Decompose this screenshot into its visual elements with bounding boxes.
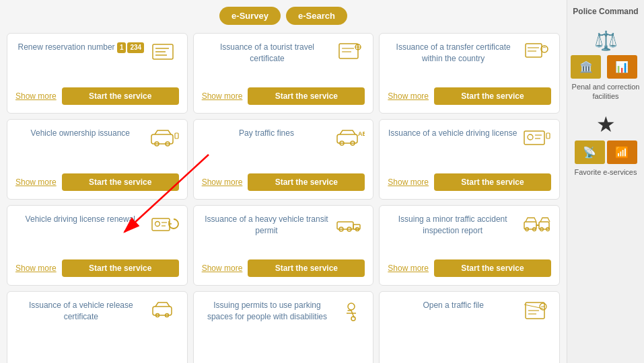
service-card-license-renewal: Vehicle driving license renewal Show mor… <box>7 205 188 286</box>
show-more-renew-reservation[interactable]: Show more <box>15 91 57 101</box>
start-service-renew-reservation[interactable]: Start the service <box>62 87 179 105</box>
service-card-driving-license: Issuance of a vehicle driving license Sh… <box>379 119 560 200</box>
svg-rect-12 <box>526 44 542 57</box>
service-card-renew-reservation: Renew reservation number 1 234 Show more… <box>7 33 188 114</box>
service-card-transfer-certificate: Issuance of a transfer certificate withi… <box>379 33 560 114</box>
card-header-vehicle-release: Issuance of a vehicle release certificat… <box>15 300 179 326</box>
grid-icon-1: 🏛️ <box>571 55 601 79</box>
svg-point-51 <box>351 317 355 321</box>
service-card-vehicle-release: Issuance of a vehicle release certificat… <box>7 291 188 363</box>
card-header-transfer-certificate: Issuance of a transfer certificate withi… <box>388 42 551 68</box>
service-card-traffic-file: Open a traffic file <box>379 291 560 363</box>
card-actions-vehicle-ownership: Show moreStart the service <box>15 173 179 191</box>
show-more-tourist-travel[interactable]: Show more <box>202 91 243 101</box>
services-grid: Renew reservation number 1 234 Show more… <box>7 33 560 363</box>
svg-rect-19 <box>175 133 178 138</box>
card-icon-license-renewal <box>151 214 179 240</box>
card-actions-accident-report: Show moreStart the service <box>388 259 551 277</box>
survey-button[interactable]: e-Survey <box>219 7 281 25</box>
svg-rect-16 <box>151 134 173 144</box>
show-more-transfer-certificate[interactable]: Show more <box>388 91 429 101</box>
start-service-accident-report[interactable]: Start the service <box>434 259 551 277</box>
card-header-pay-traffic-fines: Pay traffic fines AED <box>202 128 365 154</box>
sidebar-grid-icons-2: 📡 📶 <box>575 140 637 164</box>
service-card-accident-report: Issuing a minor traffic accident inspect… <box>379 205 560 286</box>
sidebar: Police Command ⚖️ 🏛️ 📊 Penal and correct… <box>567 0 644 363</box>
svg-rect-28 <box>546 133 550 138</box>
show-more-accident-report[interactable]: Show more <box>388 264 429 273</box>
svg-text:AED: AED <box>358 130 365 137</box>
svg-point-25 <box>528 134 533 140</box>
card-icon-tourist-travel <box>338 42 365 68</box>
card-title-license-renewal: Vehicle driving license renewal <box>15 214 145 225</box>
card-header-heavy-vehicle: Issuance of a heavy vehicle transit perm… <box>202 214 365 240</box>
card-actions-license-renewal: Show moreStart the service <box>15 259 179 277</box>
card-header-renew-reservation: Renew reservation number 1 234 <box>15 42 179 68</box>
sidebar-item-favorites[interactable]: ★ 📡 📶 Favorite e-services <box>575 112 637 177</box>
card-header-driving-license: Issuance of a vehicle driving license <box>388 128 551 154</box>
service-card-pay-traffic-fines: Pay traffic fines AED Show moreStart the… <box>193 119 374 200</box>
sidebar-penal-label: Penal and correction facilities <box>571 82 641 102</box>
sidebar-favorites-label: Favorite e-services <box>575 167 637 177</box>
card-icon-heavy-vehicle <box>336 214 365 240</box>
show-more-vehicle-ownership[interactable]: Show more <box>15 177 57 187</box>
card-icon-vehicle-ownership <box>151 128 179 154</box>
card-title-pay-traffic-fines: Pay traffic fines <box>202 128 332 139</box>
card-icon-vehicle-release <box>152 300 179 326</box>
scales-icon: ⚖️ <box>594 30 618 52</box>
card-title-transfer-certificate: Issuance of a transfer certificate withi… <box>388 42 519 65</box>
card-title-accident-report: Issuing a minor traffic accident inspect… <box>388 214 517 237</box>
start-service-vehicle-ownership[interactable]: Start the service <box>62 173 179 191</box>
service-card-parking-disabilities: Issuing permits to use parking spaces fo… <box>193 291 374 363</box>
card-title-vehicle-ownership: Vehicle ownership issuance <box>15 128 145 139</box>
card-title-heavy-vehicle: Issuance of a heavy vehicle transit perm… <box>202 214 332 237</box>
card-header-accident-report: Issuing a minor traffic accident inspect… <box>388 214 551 240</box>
card-header-tourist-travel: Issuance of a tourist travel certificate <box>202 42 365 68</box>
sidebar-grid-icons: 🏛️ 📊 <box>571 55 641 79</box>
card-icon-transfer-certificate <box>524 42 551 68</box>
card-actions-renew-reservation: Show moreStart the service <box>15 87 179 105</box>
card-header-parking-disabilities: Issuing permits to use parking spaces fo… <box>202 300 365 326</box>
show-more-license-renewal[interactable]: Show more <box>15 264 57 273</box>
start-service-transfer-certificate[interactable]: Start the service <box>434 87 551 105</box>
card-icon-driving-license <box>523 128 551 154</box>
star-icon: ★ <box>596 112 616 137</box>
start-service-license-renewal[interactable]: Start the service <box>62 259 179 277</box>
grid-icon-4: 📶 <box>607 140 637 164</box>
card-actions-transfer-certificate: Show moreStart the service <box>388 87 551 105</box>
svg-point-30 <box>155 222 159 227</box>
service-card-vehicle-ownership: Vehicle ownership issuance Show moreStar… <box>7 119 188 200</box>
card-icon-pay-traffic-fines: AED <box>336 128 365 154</box>
card-title-parking-disabilities: Issuing permits to use parking spaces fo… <box>202 300 333 323</box>
start-service-driving-license[interactable]: Start the service <box>434 173 551 191</box>
card-icon-traffic-file <box>524 300 551 326</box>
show-more-heavy-vehicle[interactable]: Show more <box>202 264 243 273</box>
start-service-heavy-vehicle[interactable]: Start the service <box>248 259 365 277</box>
service-card-heavy-vehicle: Issuance of a heavy vehicle transit perm… <box>193 205 374 286</box>
svg-rect-29 <box>152 218 170 231</box>
start-service-pay-traffic-fines[interactable]: Start the service <box>248 173 365 191</box>
grid-icon-2: 📊 <box>607 55 637 79</box>
show-more-pay-traffic-fines[interactable]: Show more <box>202 177 243 187</box>
start-service-tourist-travel[interactable]: Start the service <box>248 87 365 105</box>
svg-point-49 <box>348 303 355 310</box>
card-icon-accident-report <box>523 214 551 240</box>
card-title-vehicle-release: Issuance of a vehicle release certificat… <box>15 300 147 323</box>
card-header-traffic-file: Open a traffic file <box>388 300 551 326</box>
card-title-tourist-travel: Issuance of a tourist travel certificate <box>202 42 333 65</box>
search-button[interactable]: e-Search <box>286 7 347 25</box>
card-icon-parking-disabilities <box>338 300 365 326</box>
card-title-traffic-file: Open a traffic file <box>388 300 519 311</box>
card-title-renew-reservation: Renew reservation number 1 234 <box>15 42 147 53</box>
card-actions-pay-traffic-fines: Show moreStart the service <box>202 173 365 191</box>
service-card-tourist-travel: Issuance of a tourist travel certificate… <box>193 33 374 114</box>
grid-icon-3: 📡 <box>575 140 605 164</box>
badge-renew-reservation: 1 234 <box>117 42 144 53</box>
show-more-driving-license[interactable]: Show more <box>388 177 429 187</box>
card-actions-driving-license: Show moreStart the service <box>388 173 551 191</box>
card-header-license-renewal: Vehicle driving license renewal <box>15 214 179 240</box>
sidebar-title: Police Command <box>573 7 638 16</box>
card-title-driving-license: Issuance of a vehicle driving license <box>388 128 517 139</box>
sidebar-item-penal[interactable]: ⚖️ 🏛️ 📊 Penal and correction facilities <box>571 30 641 102</box>
card-actions-tourist-travel: Show moreStart the service <box>202 87 365 105</box>
